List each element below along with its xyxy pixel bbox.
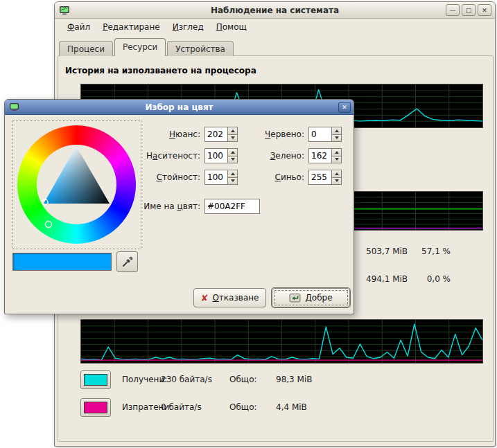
- color-name-input[interactable]: [204, 199, 260, 214]
- tab-devices[interactable]: Устройства: [167, 41, 234, 56]
- green-spinner: [308, 148, 342, 163]
- close-icon: ✕: [482, 7, 487, 14]
- sent-rate: 0 байта/s: [161, 398, 202, 417]
- color-name-label: Име на цвят:: [137, 199, 200, 214]
- network-history-graph: [80, 319, 483, 364]
- network-sent-row: Изпратени: 0 байта/s Общо: 4,4 MiB: [55, 398, 495, 418]
- window-title: Наблюдение на системата: [55, 6, 495, 15]
- sent-color-button[interactable]: [80, 398, 111, 417]
- eyedropper-icon: [122, 256, 133, 267]
- cancel-icon: ✘: [201, 294, 209, 303]
- close-button[interactable]: ✕: [478, 4, 491, 16]
- red-decrement-button[interactable]: [331, 135, 342, 143]
- spinner-down-icon: [335, 158, 339, 161]
- value-spinner: [204, 170, 238, 185]
- main-titlebar[interactable]: Наблюдение на системата — □ ✕: [55, 2, 495, 19]
- hue-wheel[interactable]: [17, 125, 136, 244]
- spinner-up-icon: [335, 172, 339, 175]
- received-rate: 230 байта/s: [161, 370, 212, 389]
- saturation-label: Наситеност:: [137, 148, 200, 163]
- hue-input[interactable]: [204, 127, 227, 142]
- dialog-title: Избор на цвят: [5, 102, 354, 112]
- blue-label: Синьо:: [234, 170, 304, 185]
- eyedropper-button[interactable]: [116, 251, 138, 272]
- green-decrement-button[interactable]: [331, 156, 342, 164]
- tab-bar: Процеси Ресурси Устройства: [59, 38, 235, 56]
- green-input[interactable]: [308, 148, 331, 163]
- color-preview-swatch: [12, 253, 112, 271]
- memory-percent: 57,1 %: [398, 244, 451, 258]
- red-increment-button[interactable]: [331, 127, 342, 135]
- red-input[interactable]: [308, 127, 331, 142]
- red-spinner: [308, 127, 342, 142]
- cancel-button[interactable]: ✘ Отказване: [193, 288, 266, 307]
- received-color-button[interactable]: [80, 370, 111, 389]
- spinner-down-icon: [335, 179, 339, 182]
- menubar: Файл Редактиране Изглед Помощ: [56, 19, 252, 35]
- menu-help[interactable]: Помощ: [211, 20, 252, 34]
- hue-marker[interactable]: [46, 222, 52, 228]
- cpu-history-heading: История на използването на процесора: [65, 66, 256, 75]
- blue-spinner: [308, 170, 342, 185]
- tab-processes[interactable]: Процеси: [59, 41, 113, 56]
- tab-resources[interactable]: Ресурси: [114, 38, 166, 56]
- minimize-icon: —: [450, 7, 456, 14]
- ok-button-label: Добре: [305, 293, 332, 303]
- green-increment-button[interactable]: [331, 148, 342, 156]
- maximize-button[interactable]: □: [462, 4, 476, 16]
- close-icon: ✕: [342, 104, 347, 111]
- spinner-up-icon: [335, 151, 339, 154]
- hue-spinner: [204, 127, 238, 142]
- minimize-button[interactable]: —: [446, 4, 460, 16]
- ok-icon: [289, 293, 301, 303]
- network-received-row: Получени: 230 байта/s Общо: 98,3 MiB: [55, 370, 495, 390]
- red-label: Червено:: [234, 127, 304, 142]
- app-icon: [59, 5, 70, 16]
- received-total-label: Общо:: [229, 370, 257, 389]
- saturation-input[interactable]: [204, 148, 227, 163]
- cancel-button-label: Отказване: [212, 293, 259, 303]
- green-label: Зелено:: [234, 148, 304, 163]
- spinner-up-icon: [335, 129, 339, 132]
- color-wheel-area: [12, 120, 141, 249]
- blue-increment-button[interactable]: [331, 170, 342, 178]
- received-color-swatch: [84, 374, 107, 386]
- sent-total: 4,4 MiB: [276, 398, 307, 417]
- menu-view[interactable]: Изглед: [167, 20, 209, 34]
- menu-edit[interactable]: Редактиране: [97, 20, 166, 34]
- value-input[interactable]: [204, 170, 227, 185]
- sent-total-label: Общо:: [229, 398, 257, 417]
- app-icon: [9, 102, 19, 112]
- maximize-icon: □: [466, 7, 472, 14]
- saturation-spinner: [204, 148, 238, 163]
- blue-input[interactable]: [308, 170, 331, 185]
- dialog-close-button[interactable]: ✕: [338, 102, 351, 113]
- sent-color-swatch: [84, 402, 107, 413]
- ok-button[interactable]: Добре: [272, 288, 350, 307]
- blue-decrement-button[interactable]: [331, 178, 342, 186]
- hue-label: Нюанс:: [137, 127, 200, 142]
- value-label: Стойност:: [137, 170, 200, 185]
- received-total: 98,3 MiB: [276, 370, 312, 389]
- dialog-titlebar[interactable]: Избор на цвят ✕: [5, 100, 354, 115]
- spinner-down-icon: [335, 136, 339, 139]
- swap-percent: 0,0 %: [398, 272, 451, 286]
- hsv-triangle[interactable]: [17, 125, 136, 244]
- color-picker-dialog: Избор на цвят ✕: [4, 99, 354, 314]
- menu-file[interactable]: Файл: [62, 20, 96, 34]
